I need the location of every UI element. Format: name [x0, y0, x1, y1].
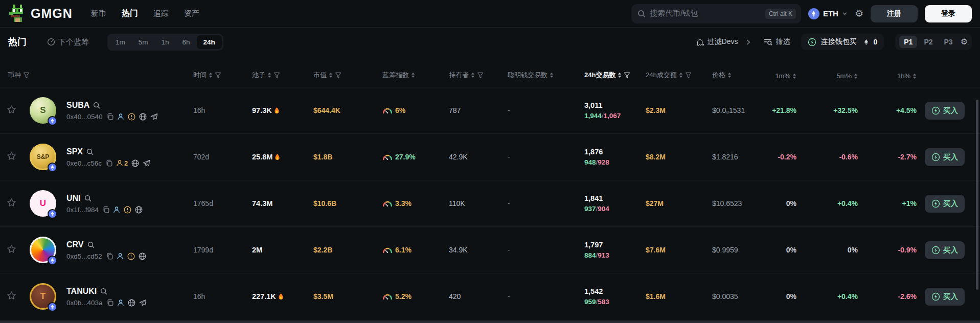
funnel-icon[interactable] [685, 72, 692, 79]
favorite-star-icon[interactable] [7, 198, 16, 207]
sort-icon[interactable] [411, 72, 415, 78]
time-filter-6h[interactable]: 6h [176, 35, 197, 49]
col-header-mcap[interactable]: 市值 [309, 71, 378, 80]
funnel-icon[interactable] [624, 72, 630, 79]
gauge-icon[interactable] [382, 107, 393, 114]
col-header-bluechip[interactable]: 蓝筹指数 [378, 71, 445, 80]
col-header-pool[interactable]: 池子 [248, 71, 309, 80]
sort-icon[interactable] [471, 72, 475, 78]
funnel-icon[interactable] [215, 72, 221, 79]
col-header-coin[interactable]: 币种 [0, 71, 189, 80]
table-row[interactable]: UUNI0x1f...f9841765d74.3M$10.6B3.3%110K-… [0, 180, 980, 226]
gmgn-logo[interactable]: GMGN [8, 5, 73, 23]
time-filter-1m[interactable]: 1m [109, 35, 132, 49]
sort-icon[interactable] [618, 72, 622, 78]
warning-icon[interactable] [124, 206, 131, 214]
settings-gear-icon[interactable]: ⚙ [855, 9, 863, 18]
register-button[interactable]: 注册 [871, 5, 918, 22]
buy-button[interactable]: 买入 [925, 102, 965, 120]
telegram-icon[interactable] [150, 113, 158, 121]
filter-button[interactable]: 筛选 [764, 37, 790, 47]
preset-p3[interactable]: P3 [940, 36, 958, 48]
copy-icon[interactable] [102, 206, 109, 213]
person-icon[interactable] [117, 113, 124, 120]
lightning-icon[interactable] [931, 292, 940, 301]
col-header-smart[interactable]: 聪明钱交易数 [504, 71, 580, 80]
sort-icon[interactable] [329, 72, 333, 78]
preset-settings-icon[interactable]: ⚙ [961, 38, 968, 46]
warning-icon[interactable] [128, 113, 135, 121]
token-search-icon[interactable] [87, 241, 95, 248]
telegram-icon[interactable] [143, 159, 150, 167]
preset-p1[interactable]: P1 [899, 36, 917, 48]
globe-icon[interactable] [139, 113, 147, 121]
copy-icon[interactable] [106, 113, 113, 120]
lightning-icon[interactable] [931, 246, 940, 255]
gauge-icon[interactable] [382, 293, 393, 300]
search-input[interactable]: 搜索代币/钱包 Ctrl alt K [631, 4, 801, 24]
globe-icon[interactable] [139, 252, 146, 260]
globe-icon[interactable] [128, 299, 135, 307]
col-header-price[interactable]: 价格 [708, 71, 764, 80]
time-filter-24h[interactable]: 24h [197, 35, 222, 49]
nav-item-track[interactable]: 追踪 [153, 9, 169, 18]
person-icon[interactable]: 2 [116, 159, 128, 167]
sort-icon[interactable] [913, 73, 917, 79]
lightning-icon[interactable] [931, 153, 940, 161]
buy-button[interactable]: 买入 [925, 195, 965, 213]
horizontal-scrollbar[interactable] [0, 320, 980, 323]
col-header-vol24[interactable]: 24h成交额 [642, 71, 708, 80]
token-search-icon[interactable] [84, 195, 92, 202]
vertical-scrollbar[interactable] [976, 100, 978, 290]
warning-icon[interactable] [127, 252, 135, 260]
nav-item-hot[interactable]: 热门 [122, 8, 138, 19]
tab-next-bluechip[interactable]: 下个蓝筹 [47, 37, 89, 47]
telegram-icon[interactable] [139, 299, 147, 307]
chain-selector[interactable]: ETH [808, 8, 848, 19]
favorite-star-icon[interactable] [7, 291, 16, 301]
time-filter-5m[interactable]: 5m [132, 35, 155, 49]
buy-button[interactable]: 买入 [925, 288, 965, 306]
lightning-icon[interactable] [931, 106, 940, 115]
flame-icon[interactable] [274, 107, 280, 114]
sort-icon[interactable] [550, 72, 554, 78]
token-search-icon[interactable] [86, 148, 94, 155]
nav-item-new[interactable]: 新币 [91, 9, 106, 18]
connect-wallet-button[interactable]: 连接钱包买 0 [801, 34, 884, 50]
table-row[interactable]: SSUBA0x40...054016h97.3K$644.4K6%787-3,0… [0, 87, 980, 133]
copy-icon[interactable] [106, 252, 113, 260]
funnel-icon[interactable] [23, 72, 30, 79]
funnel-icon[interactable] [335, 72, 341, 79]
table-row[interactable]: S&PSPX0xe0...c56c2702d25.8M$1.8B27.9%42.… [0, 133, 980, 180]
col-header-holders[interactable]: 持有者 [445, 71, 504, 80]
time-filter-1h[interactable]: 1h [155, 35, 176, 49]
copy-icon[interactable] [105, 159, 112, 167]
sort-icon[interactable] [727, 72, 732, 78]
globe-icon[interactable] [131, 159, 139, 167]
login-button[interactable]: 登录 [925, 5, 972, 22]
col-header-m1[interactable]: 1m% [764, 72, 797, 80]
copy-icon[interactable] [106, 299, 113, 306]
gauge-icon[interactable] [382, 153, 393, 160]
buy-button[interactable]: 买入 [925, 241, 965, 259]
preset-p2[interactable]: P2 [919, 36, 937, 48]
table-row[interactable]: TTANUKI0x0b...403a16h227.1K$3.5M5.2%420-… [0, 273, 980, 319]
person-icon[interactable] [113, 206, 120, 213]
sort-icon[interactable] [209, 72, 213, 78]
gauge-icon[interactable] [382, 246, 393, 253]
nav-item-assets[interactable]: 资产 [184, 9, 199, 18]
funnel-icon[interactable] [274, 72, 280, 79]
chevron-right-icon[interactable] [745, 39, 751, 45]
globe-icon[interactable] [135, 206, 143, 214]
flame-icon[interactable] [274, 153, 281, 161]
token-search-icon[interactable] [100, 288, 107, 295]
filter-devs-button[interactable]: 过滤Devs [696, 37, 738, 47]
token-search-icon[interactable] [93, 102, 100, 109]
flame-icon[interactable] [278, 293, 284, 301]
person-icon[interactable] [117, 299, 124, 306]
sort-icon[interactable] [854, 73, 858, 79]
col-header-h1[interactable]: 1h% [859, 72, 918, 80]
favorite-star-icon[interactable] [7, 105, 16, 114]
buy-button[interactable]: 买入 [925, 148, 965, 166]
sort-icon[interactable] [792, 73, 796, 79]
